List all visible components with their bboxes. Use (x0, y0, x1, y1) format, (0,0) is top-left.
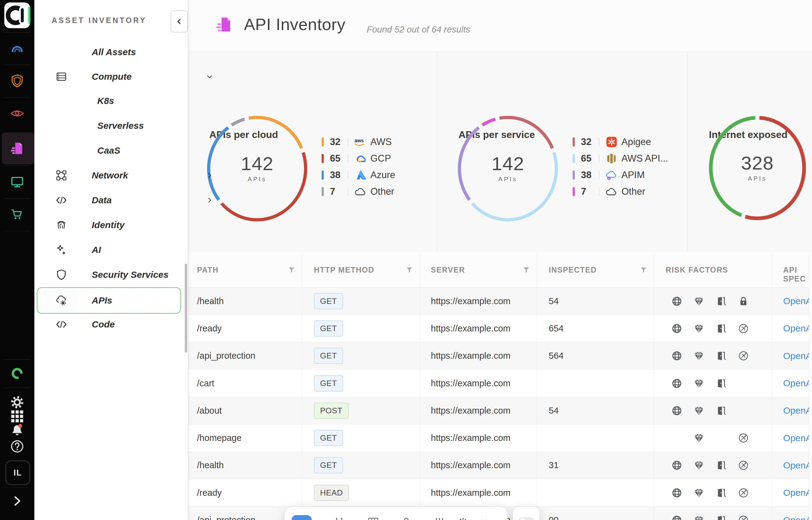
sidebar-item-data[interactable]: Data (34, 188, 188, 212)
sidebar-scrollbar-thumb[interactable] (185, 264, 187, 353)
table-row[interactable]: /readyHEADhttps://example.comOpenAPI (188, 479, 812, 506)
sidebar-item-k8s[interactable]: K8s (34, 88, 188, 113)
api-doc-icon (9, 140, 25, 156)
legend-value: 65 (581, 153, 599, 164)
gem-icon (688, 460, 710, 471)
legend-label: Other (621, 186, 645, 197)
table-row[interactable]: /cartGEThttps://example.comOpenAPI (188, 370, 812, 397)
filter-icon[interactable] (288, 266, 295, 274)
circles-icon[interactable] (477, 516, 490, 520)
column-header-inspected[interactable]: INSPECTED (537, 252, 654, 288)
gem-icon (688, 378, 710, 389)
sidebar-item-all-assets[interactable]: All Assets (34, 40, 188, 64)
legend-item-aws[interactable]: 32AWS (322, 135, 392, 149)
gear-icon[interactable] (457, 516, 469, 520)
mosquito-icon (733, 432, 755, 444)
legend-item-aws-api-[interactable]: 65AWS API... (573, 152, 668, 165)
openapi-link[interactable]: OpenAPI (783, 488, 812, 498)
legend-item-other[interactable]: 7Other (322, 185, 394, 198)
openapi-link[interactable]: OpenAPI (783, 351, 812, 361)
selection-count-button[interactable] (292, 515, 312, 520)
sidebar-item-apis[interactable]: APIs (37, 287, 181, 314)
sidebar-item-caas[interactable]: CaaS (34, 138, 188, 163)
rail-item-detection[interactable] (0, 102, 34, 125)
column-header-server[interactable]: SERVER (420, 252, 537, 288)
column-header-http-method[interactable]: HTTP METHOD (302, 252, 420, 288)
table-row[interactable]: /healthGEThttps://example.com31OpenAPI (188, 452, 812, 479)
cell-api-spec: OpenAPI (772, 288, 812, 315)
lock-icon (733, 295, 755, 307)
avatar[interactable]: IL (5, 461, 30, 485)
rail-item-help[interactable] (0, 435, 34, 458)
method-badge: GET (314, 430, 343, 446)
inspected-value: 654 (549, 323, 563, 334)
cell-inspected (537, 425, 654, 452)
column-header-api-spec[interactable]: API SPEC (772, 252, 812, 288)
filter-icon[interactable] (640, 266, 647, 274)
sidebar-item-ai[interactable]: AI (34, 238, 188, 262)
openapi-link[interactable]: OpenAPI (783, 433, 812, 443)
rail-item-dashboard[interactable] (0, 37, 34, 59)
cell-api-spec: OpenAPI (772, 370, 812, 397)
compute-icon (55, 71, 68, 83)
cell-api-spec: OpenAPI (772, 315, 812, 342)
donut-segment-other (232, 119, 245, 125)
column-header-label: HTTP METHOD (314, 265, 374, 275)
donut-center-value: 142 (223, 153, 291, 175)
table-row[interactable]: /healthGEThttps://example.com54OpenAPI (188, 288, 812, 315)
table-icon[interactable] (367, 516, 379, 520)
table-row[interactable]: /aboutPOSThttps://example.com54OpenAPI (188, 397, 812, 424)
rail-item-cloud-security[interactable] (0, 70, 34, 92)
table-row[interactable]: /api_protectionGEThttps://example.com564… (188, 342, 812, 370)
method-badge: HEAD (314, 485, 349, 501)
sidebar-collapse-button[interactable] (171, 10, 188, 32)
table-row[interactable]: /readyGEThttps://example.com654OpenAPI (188, 315, 812, 342)
openapi-link[interactable]: OpenAPI (783, 296, 812, 306)
rail-item-endpoints[interactable] (0, 171, 34, 193)
legend-item-azure[interactable]: 38Azure (322, 168, 395, 182)
cell-server: https://example.com (420, 397, 537, 424)
sidebar-item-serverless[interactable]: Serverless (34, 113, 188, 138)
sidebar-item-code[interactable]: Code (34, 312, 188, 337)
legend-item-gcp[interactable]: 65GCP (322, 152, 391, 165)
gem-icon (688, 350, 710, 362)
columns-icon[interactable] (433, 516, 446, 520)
filter-icon[interactable] (523, 266, 530, 274)
legend-item-other[interactable]: 7Other (573, 185, 645, 198)
sidebar-item-identity[interactable]: Identity (34, 213, 188, 237)
cell-path: /homepage (188, 425, 302, 452)
rail-item-supply-chain[interactable] (0, 204, 34, 226)
openapi-link[interactable]: OpenAPI (783, 323, 812, 334)
openapi-link[interactable]: OpenAPI (783, 405, 812, 416)
donut-center-label: APIs (223, 176, 291, 183)
donut-center: 142APIs (223, 153, 291, 183)
rail-expand-button[interactable] (0, 490, 34, 512)
column-header-path[interactable]: PATH (188, 252, 302, 288)
rail-item-platform[interactable] (0, 362, 34, 385)
mosquito-icon (733, 487, 755, 498)
openapi-link[interactable]: OpenAPI (783, 378, 812, 388)
openapi-link[interactable]: OpenAPI (783, 460, 812, 471)
sidebar-item-network[interactable]: Network (34, 163, 188, 188)
table-row[interactable]: /homepageGEThttps://example.comOpenAPI (188, 425, 812, 452)
legend-color-tick (573, 171, 575, 180)
openapi-link[interactable]: OpenAPI (783, 515, 812, 520)
sidebar-item-compute[interactable]: Compute (34, 64, 188, 89)
legend-color-tick (322, 171, 324, 180)
person-icon[interactable] (400, 516, 413, 520)
cell-path: /ready (188, 315, 302, 342)
server-value: https://example.com (431, 296, 511, 306)
sidebar-item-security-services[interactable]: Security Services (34, 262, 188, 287)
filter-icon[interactable] (406, 266, 413, 274)
ring-icon (9, 365, 25, 382)
rail-item-api-inventory[interactable] (0, 137, 34, 159)
cell-http-method: GET (302, 342, 420, 370)
legend-item-apim[interactable]: 38APIM (573, 168, 645, 182)
text-icon[interactable] (334, 516, 346, 520)
view-toggle[interactable] (518, 517, 535, 520)
legend-value: 38 (330, 170, 348, 181)
method-badge: GET (314, 375, 343, 392)
company-logo[interactable] (4, 2, 30, 28)
legend-item-apigee[interactable]: 32Apigee (573, 135, 651, 149)
column-header-risk-factors[interactable]: RISK FACTORS (654, 252, 772, 288)
